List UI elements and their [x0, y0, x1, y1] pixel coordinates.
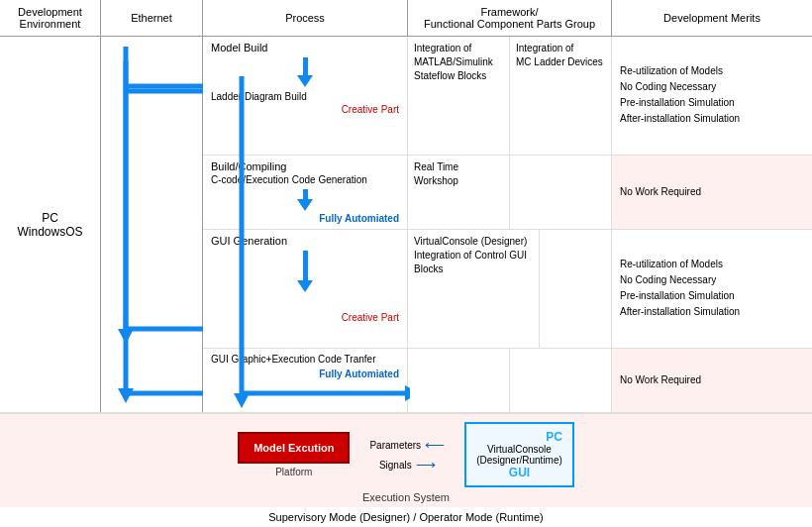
merit-model-build: Re-utilization of Models No Coding Neces… — [612, 37, 812, 155]
signals-label: Signals — [379, 460, 412, 471]
ladder-build-label: Ladder Diagram Build — [211, 91, 399, 102]
exec-sys-label: Execution System — [20, 491, 792, 503]
content-cols: Model Build Ladder Diagram Build Creativ… — [203, 37, 812, 412]
fully-automated-2: Fully Automiated — [211, 369, 399, 379]
header-dev: Development Environment — [0, 0, 101, 36]
vc-label: VirtualConsole (Designer/Runtime) — [476, 444, 562, 466]
arrow-right-icon: ⟶ — [416, 457, 436, 473]
fully-automated-1: Fully Automiated — [211, 213, 399, 224]
proc-gui-transfer: GUI Graphic+Execution Code Tranfer Fully… — [203, 349, 408, 412]
arrow2 — [211, 189, 399, 211]
arrow-left-icon: ⟵ — [425, 437, 445, 453]
fw-virtualconsole: VirtualConsole (Designer) Integration of… — [408, 230, 540, 348]
ethernet-col — [101, 37, 203, 412]
svg-marker-1 — [118, 329, 134, 344]
proc-build-compiling: Build/Compiling C-code/Execution Code Ge… — [203, 156, 408, 229]
fw-empty-2 — [540, 230, 611, 348]
model-exec-box: Model Excution — [238, 432, 350, 464]
header-row: Development Environment Ethernet Process… — [0, 0, 812, 37]
header-merit: Development Merits — [612, 0, 812, 36]
creative-part-label-1: Creative Part — [211, 104, 399, 115]
arrow3 — [211, 251, 399, 292]
header-eth: Ethernet — [101, 0, 203, 36]
row-model-build: Model Build Ladder Diagram Build Creativ… — [203, 37, 812, 156]
merit-build-compiling: No Work Required — [612, 156, 812, 229]
dev-env-cell: PC WindowsOS — [0, 37, 101, 412]
fw-empty-4 — [510, 349, 611, 412]
model-exec-wrapper: Model Excution Platform — [238, 432, 350, 477]
merit-gui-gen: Re-utilization of Models No Coding Neces… — [612, 230, 812, 348]
fw-gui-transfer — [408, 349, 612, 412]
fw-empty-3 — [408, 349, 510, 412]
fw-model-build: Integration of MATLAB/Simulink Stateflow… — [408, 37, 612, 155]
arrow1 — [211, 57, 399, 87]
fw-mc-ladder: Integration of MC Ladder Devices — [510, 37, 611, 155]
signals-row: Signals ⟶ — [379, 457, 436, 473]
pc-icon: PC — [476, 430, 562, 444]
header-fw: Framework/ Functional Component Parts Gr… — [408, 0, 612, 36]
gui-transfer-title: GUI Graphic+Execution Code Tranfer — [211, 354, 399, 365]
fw-real-time: Real Time Workshop — [408, 156, 510, 229]
proc-model-build: Model Build Ladder Diagram Build Creativ… — [203, 37, 408, 155]
row-gui-transfer: GUI Graphic+Execution Code Tranfer Fully… — [203, 349, 812, 412]
ethernet-arrow-svg — [101, 37, 203, 412]
fw-build-compiling: Real Time Workshop — [408, 156, 612, 229]
params-label: Parameters — [369, 440, 421, 451]
gui-gen-title: GUI Generation — [211, 235, 399, 247]
fw-matlab: Integration of MATLAB/Simulink Stateflow… — [408, 37, 510, 155]
supervisory-label: Supervisory Mode (Designer) / Operator M… — [0, 507, 812, 527]
signal-arrows: Parameters ⟵ Signals ⟶ — [369, 437, 445, 473]
merit-gui-transfer: No Work Required — [612, 349, 812, 412]
fw-empty-1 — [510, 156, 611, 229]
main-container: Development Environment Ethernet Process… — [0, 0, 812, 527]
execution-inner: Model Excution Platform Parameters ⟵ Sig… — [20, 422, 792, 487]
build-compiling-title: Build/Compiling — [211, 160, 399, 172]
ccode-label: C-code/Execution Code Generation — [211, 174, 399, 185]
fw-gui-gen: VirtualConsole (Designer) Integration of… — [408, 230, 612, 348]
params-row: Parameters ⟵ — [369, 437, 445, 453]
header-proc: Process — [203, 0, 408, 36]
virtualconsole-box: PC VirtualConsole (Designer/Runtime) GUI — [464, 422, 574, 487]
model-build-title: Model Build — [211, 42, 399, 53]
row-gui-gen: GUI Generation Creative Part VirtualCons… — [203, 230, 812, 349]
row-build-compiling: Build/Compiling C-code/Execution Code Ge… — [203, 156, 812, 230]
proc-gui-gen: GUI Generation Creative Part — [203, 230, 408, 348]
platform-label: Platform — [275, 467, 312, 477]
gui-icon: GUI — [476, 466, 562, 479]
execution-area: Model Excution Platform Parameters ⟵ Sig… — [0, 412, 812, 507]
creative-part-label-2: Creative Part — [211, 312, 399, 323]
